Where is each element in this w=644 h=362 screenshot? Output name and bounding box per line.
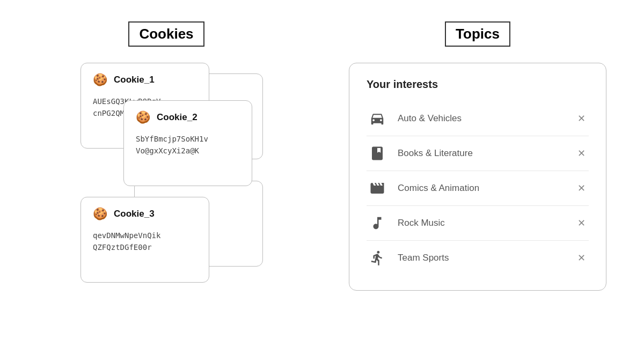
sports-icon (367, 247, 388, 269)
topic-item-sports: Team Sports ✕ (367, 241, 589, 275)
topic-item-rock: Rock Music ✕ (367, 206, 589, 241)
cookie-3-name: Cookie_3 (114, 209, 155, 219)
cookies-stack: 🍪 Cookie_1 AUEsGQ3KLwR9DgV cnPG2QMkAS72G… (80, 63, 252, 309)
cookie-2-name: Cookie_2 (157, 112, 197, 123)
topic-remove-rock[interactable]: ✕ (574, 216, 589, 230)
topic-remove-books[interactable]: ✕ (574, 146, 589, 160)
topic-item-auto: Auto & Vehicles ✕ (367, 101, 589, 136)
rock-icon (367, 212, 388, 234)
topic-label-comics: Comics & Animation (398, 183, 574, 194)
main-container: Cookies 🍪 Cookie_1 AUEsGQ3KLwR9DgV cnPG2… (32, 21, 612, 309)
cookie-2-value: SbYfBmcjp7SoKH1v Vo@gxXcyXi2a@K (136, 133, 240, 157)
topic-remove-sports[interactable]: ✕ (574, 251, 589, 265)
cookie-1-header: 🍪 Cookie_1 (93, 73, 197, 87)
cookies-title: Cookies (128, 21, 204, 47)
cookies-section: Cookies 🍪 Cookie_1 AUEsGQ3KLwR9DgV cnPG2… (32, 21, 301, 309)
topics-heading: Your interests (367, 78, 589, 91)
books-icon (367, 143, 388, 164)
topics-title: Topics (445, 21, 510, 47)
topic-label-books: Books & Literature (398, 148, 574, 159)
cookie-card-3[interactable]: 🍪 Cookie_3 qevDNMwNpeVnQik QZFQztDGfE00r (80, 197, 209, 283)
comics-icon (367, 178, 388, 199)
topic-label-auto: Auto & Vehicles (398, 113, 574, 124)
cookie-card-2[interactable]: 🍪 Cookie_2 SbYfBmcjp7SoKH1v Vo@gxXcyXi2a… (123, 100, 252, 186)
cookie-2-header: 🍪 Cookie_2 (136, 110, 240, 124)
cookie-1-icon: 🍪 (93, 73, 107, 87)
cookie-3-icon: 🍪 (93, 207, 107, 221)
topic-label-sports: Team Sports (398, 253, 574, 263)
cookie-2-icon: 🍪 (136, 110, 150, 124)
topics-panel: Your interests Auto & Vehicles ✕ (349, 63, 606, 291)
topic-remove-auto[interactable]: ✕ (574, 112, 589, 125)
cookie-3-header: 🍪 Cookie_3 (93, 207, 197, 221)
topic-label-rock: Rock Music (398, 218, 574, 228)
cookie-3-value: qevDNMwNpeVnQik QZFQztDGfE00r (93, 230, 197, 254)
topic-remove-comics[interactable]: ✕ (574, 181, 589, 195)
topics-section: Topics Your interests Auto & Vehicles ✕ (343, 21, 612, 291)
topic-item-comics: Comics & Animation ✕ (367, 171, 589, 206)
cookie-1-name: Cookie_1 (114, 75, 155, 85)
auto-icon (367, 108, 388, 129)
topic-item-books: Books & Literature ✕ (367, 136, 589, 171)
